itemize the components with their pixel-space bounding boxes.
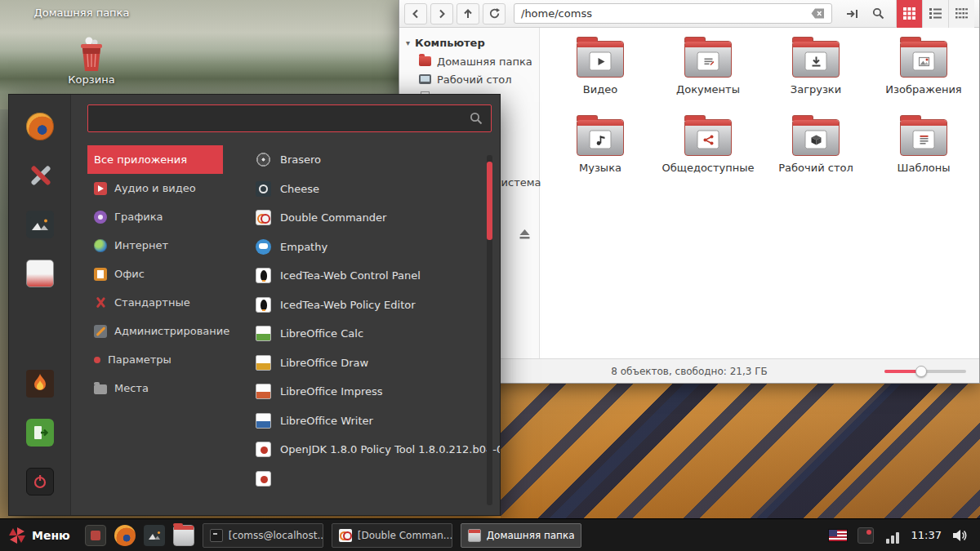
trash-label: Корзина bbox=[65, 73, 118, 86]
firefox-icon[interactable] bbox=[26, 113, 54, 140]
folder-icon bbox=[792, 41, 840, 78]
logout-button[interactable] bbox=[26, 419, 54, 447]
app-label: LibreOffice Draw bbox=[280, 357, 368, 369]
window-button-label: [Double Comman... bbox=[358, 530, 452, 541]
launcher-firefox-icon[interactable] bbox=[114, 525, 136, 546]
launcher-show-desktop[interactable] bbox=[85, 525, 106, 546]
app-item-empathy[interactable]: Empathy bbox=[256, 233, 500, 262]
menu-scrollbar[interactable] bbox=[487, 155, 492, 505]
search-button[interactable] bbox=[866, 3, 889, 24]
path-text: /home/comss bbox=[521, 7, 811, 20]
clear-path-icon[interactable] bbox=[811, 8, 825, 19]
app-label: LibreOffice Writer bbox=[280, 415, 373, 427]
menu-search-box[interactable] bbox=[87, 104, 492, 132]
folder-icon bbox=[468, 529, 481, 542]
category-preferences[interactable]: Параметры bbox=[87, 345, 223, 374]
keyboard-layout-flag-icon[interactable] bbox=[829, 530, 847, 541]
video-emblem-icon bbox=[590, 52, 612, 71]
launcher-files-icon[interactable] bbox=[173, 525, 194, 546]
folder-icon bbox=[792, 119, 840, 156]
launcher-screenshot-icon[interactable] bbox=[144, 525, 165, 546]
toggle-location-entry-button[interactable] bbox=[840, 3, 863, 24]
wrench-icon bbox=[94, 325, 107, 338]
folder-item-documents[interactable]: Документы bbox=[659, 41, 757, 119]
folder-item-music[interactable]: Музыка bbox=[551, 119, 649, 198]
network-icon[interactable] bbox=[884, 527, 901, 544]
category-all-applications[interactable]: Все приложения bbox=[87, 145, 223, 174]
app-item-cheese[interactable]: Cheese bbox=[256, 175, 500, 204]
category-audio-video[interactable]: Аудио и видео bbox=[87, 174, 223, 202]
folder-item-pictures[interactable]: Изображения bbox=[875, 41, 973, 119]
menu-button[interactable]: Меню bbox=[7, 519, 77, 551]
desktop-icon-home-label[interactable]: Домашняя папка bbox=[24, 7, 139, 19]
window-button-home-folder[interactable]: Домашняя папка bbox=[461, 523, 581, 548]
libreoffice-impress-icon bbox=[256, 384, 271, 399]
folder-icon bbox=[577, 41, 624, 78]
folder-item-video[interactable]: Видео bbox=[551, 41, 649, 119]
app-item-partial[interactable] bbox=[256, 464, 500, 494]
icon-view-button[interactable] bbox=[896, 0, 922, 28]
category-label: Интернет bbox=[114, 239, 168, 251]
desktop-emblem-icon bbox=[805, 131, 827, 149]
folder-item-desktop[interactable]: Рабочий стол bbox=[767, 119, 865, 198]
empathy-icon bbox=[256, 239, 271, 255]
system-tray: 11:37 bbox=[829, 527, 973, 544]
app-item-double-commander[interactable]: Double Commander bbox=[256, 203, 500, 233]
folder-item-templates[interactable]: Шаблоны bbox=[875, 119, 973, 198]
volume-icon[interactable] bbox=[952, 528, 969, 543]
app-label: IcedTea-Web Control Panel bbox=[280, 269, 421, 282]
compact-view-button[interactable] bbox=[948, 0, 974, 28]
app-label: IcedTea-Web Policy Editor bbox=[280, 299, 416, 311]
window-button-double-commander[interactable]: [Double Comman... bbox=[332, 523, 452, 548]
sidebar-item-desktop[interactable]: Рабочий стол bbox=[399, 70, 539, 88]
menu-favorites-column bbox=[9, 95, 71, 515]
category-internet[interactable]: Интернет bbox=[87, 231, 223, 260]
taskbar: Меню [comss@localhost... [Double Comman.… bbox=[0, 518, 980, 551]
app-item-openjdk-policy-tool[interactable]: OpenJDK 1.8.0 Policy Tool 1.8.0.212.b04-… bbox=[256, 435, 500, 464]
zoom-slider[interactable] bbox=[884, 370, 966, 373]
scissors-icon bbox=[94, 296, 107, 309]
category-office[interactable]: Офис bbox=[87, 260, 223, 288]
chevron-right-icon bbox=[436, 8, 448, 20]
category-label: Параметры bbox=[108, 353, 172, 366]
window-button-terminal[interactable]: [comss@localhost... bbox=[203, 523, 323, 548]
path-bar[interactable]: /home/comss bbox=[514, 3, 832, 24]
app-label: Empathy bbox=[280, 241, 327, 253]
app-item-icedtea-policy-editor[interactable]: IcedTea-Web Policy Editor bbox=[256, 291, 500, 320]
app-item-libreoffice-draw[interactable]: LibreOffice Draw bbox=[256, 349, 500, 378]
back-button[interactable] bbox=[404, 3, 427, 24]
up-button[interactable] bbox=[457, 3, 479, 24]
sidebar-item-home[interactable]: Домашняя папка bbox=[399, 52, 539, 70]
category-graphics[interactable]: Графика bbox=[87, 202, 223, 231]
sidebar-section-computer[interactable]: ▾ Компьютер bbox=[399, 33, 539, 52]
updates-tray-icon[interactable] bbox=[858, 527, 874, 544]
forward-button[interactable] bbox=[430, 3, 453, 24]
category-label: Все приложения bbox=[94, 153, 187, 166]
app-item-libreoffice-calc[interactable]: LibreOffice Calc bbox=[256, 319, 500, 349]
app-item-libreoffice-writer[interactable]: LibreOffice Writer bbox=[256, 407, 500, 436]
category-places[interactable]: Места bbox=[87, 374, 223, 402]
menu-search-input[interactable] bbox=[96, 112, 470, 126]
zoom-slider-thumb[interactable] bbox=[915, 366, 927, 377]
category-label: Офис bbox=[114, 268, 145, 280]
folder-item-downloads[interactable]: Загрузки bbox=[767, 41, 865, 119]
app-item-brasero[interactable]: Brasero bbox=[256, 145, 500, 175]
category-administration[interactable]: Администрирование bbox=[87, 317, 223, 345]
category-label: Аудио и видео bbox=[114, 182, 196, 194]
screenshot-icon[interactable] bbox=[26, 211, 54, 238]
folder-item-public[interactable]: Общедоступные bbox=[659, 119, 757, 198]
media-app-icon[interactable] bbox=[26, 370, 54, 398]
eject-icon[interactable] bbox=[519, 229, 531, 239]
files-icon[interactable] bbox=[26, 260, 54, 287]
desktop-icon-trash[interactable]: Корзина bbox=[65, 36, 118, 86]
app-item-libreoffice-impress[interactable]: LibreOffice Impress bbox=[256, 377, 500, 407]
system-tools-icon[interactable] bbox=[26, 162, 54, 189]
office-icon bbox=[94, 268, 107, 281]
list-view-button[interactable] bbox=[922, 0, 948, 28]
power-button[interactable] bbox=[26, 468, 54, 495]
refresh-button[interactable] bbox=[483, 3, 506, 24]
clock[interactable]: 11:37 bbox=[911, 529, 942, 541]
category-accessories[interactable]: Стандартные bbox=[87, 288, 223, 317]
menu-scrollbar-thumb[interactable] bbox=[487, 162, 492, 240]
app-item-icedtea-control-panel[interactable]: IcedTea-Web Control Panel bbox=[256, 261, 500, 291]
